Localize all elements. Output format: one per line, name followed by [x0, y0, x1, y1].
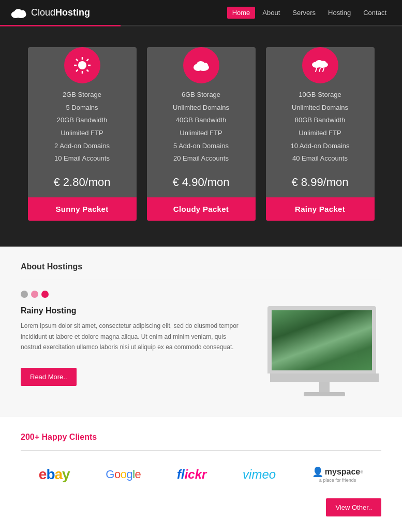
about-divider [21, 280, 381, 280]
about-heading: Rainy Hosting [21, 306, 247, 315]
svg-point-4 [78, 61, 86, 69]
flickr-logo: flickr [177, 467, 206, 482]
nav-links: Home About Servers Hosting Contact [227, 7, 392, 19]
monitor-base-bar [270, 373, 379, 382]
cloudy-icon-wrap [183, 47, 219, 83]
monitor [267, 306, 381, 396]
package-rainy: 10GB Storage Unlimited Domains 80GB Band… [266, 47, 375, 221]
sunny-btn[interactable]: Sunny Packet [28, 197, 137, 221]
sunny-price: € 2.80/mon [53, 176, 110, 189]
hero-section: 2GB Storage 5 Domains 20GB Bandwidth Unl… [0, 26, 402, 247]
ebay-logo: ebay [39, 466, 70, 483]
clients-section: 200+ Happy Clients ebay Google flickr vi… [0, 417, 402, 532]
about-content: Rainy Hosting Lorem ipsum dolor sit amet… [21, 306, 381, 396]
cloud-icon [192, 56, 211, 75]
logo-cloud-icon [10, 7, 28, 18]
logo: CloudHosting [10, 7, 90, 18]
svg-point-3 [20, 10, 26, 16]
vimeo-logo: vimeo [243, 467, 276, 482]
monitor-screen [267, 306, 376, 373]
monitor-image [267, 306, 381, 396]
screen-content [272, 310, 372, 370]
rainy-price: € 8.99/mon [291, 176, 348, 189]
about-section: About Hostings Rainy Hosting Lorem ipsum… [0, 247, 402, 417]
google-logo: Google [106, 468, 141, 481]
about-text-block: Rainy Hosting Lorem ipsum dolor sit amet… [21, 306, 247, 386]
nav-hosting[interactable]: Hosting [323, 7, 356, 19]
cloudy-btn[interactable]: Cloudy Packet [147, 197, 256, 221]
package-sunny: 2GB Storage 5 Domains 20GB Bandwidth Unl… [28, 47, 137, 221]
nav-servers[interactable]: Servers [287, 7, 321, 19]
svg-line-10 [86, 70, 88, 72]
read-more-button[interactable]: Read More.. [21, 368, 77, 386]
clients-logos: ebay Google flickr vimeo 👤 myspace® a pl… [21, 466, 381, 483]
svg-line-11 [86, 59, 88, 61]
view-other-row: View Other.. [21, 498, 381, 516]
svg-line-9 [76, 59, 78, 61]
navbar: CloudHosting Home About Servers Hosting … [0, 0, 402, 25]
sunny-features: 2GB Storage 5 Domains 20GB Bandwidth Unl… [49, 89, 115, 165]
cloudy-features: 6GB Storage Unlimited Domains 40GB Bandw… [168, 89, 234, 165]
nav-about[interactable]: About [257, 7, 285, 19]
rainy-btn[interactable]: Rainy Packet [266, 197, 375, 221]
svg-line-12 [76, 70, 78, 72]
svg-point-20 [320, 61, 326, 66]
sun-icon [73, 56, 92, 75]
sunny-icon-wrap [64, 47, 100, 83]
package-cloudy: 6GB Storage Unlimited Domains 40GB Bandw… [147, 47, 256, 221]
rainy-features: 10GB Storage Unlimited Domains 80GB Band… [285, 89, 354, 165]
about-body: Lorem ipsum dolor sit amet, consectetur … [21, 321, 247, 352]
monitor-neck [319, 382, 330, 392]
monitor-stand [267, 373, 381, 396]
nav-home[interactable]: Home [227, 7, 256, 19]
svg-line-22 [319, 68, 320, 71]
clients-title: 200+ Happy Clients [21, 433, 381, 442]
dot-1[interactable] [21, 291, 28, 298]
monitor-foot [304, 392, 345, 396]
rain-icon [311, 56, 330, 75]
about-tabs-dots [21, 291, 381, 298]
dot-2[interactable] [31, 291, 38, 298]
cloudy-price: € 4.90/mon [172, 176, 229, 189]
myspace-logo: 👤 myspace® a place for friends [312, 466, 363, 483]
svg-point-16 [202, 63, 208, 68]
about-title: About Hostings [21, 262, 381, 271]
clients-divider [21, 450, 381, 451]
rainy-icon-wrap [302, 47, 338, 83]
clients-count: 200+ [21, 433, 39, 441]
logo-text: CloudHosting [31, 7, 90, 18]
dot-3[interactable] [41, 291, 49, 298]
svg-line-21 [316, 68, 317, 71]
nav-contact[interactable]: Contact [358, 7, 392, 19]
clients-label: Happy Clients [39, 433, 97, 441]
view-other-button[interactable]: View Other.. [326, 498, 381, 516]
svg-line-23 [323, 68, 324, 71]
